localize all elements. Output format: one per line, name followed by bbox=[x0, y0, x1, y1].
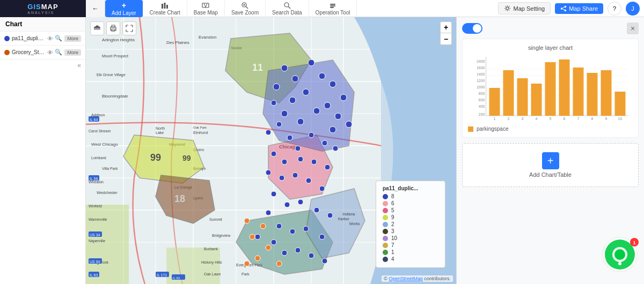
legend-item: 1 bbox=[383, 249, 438, 255]
svg-text:7: 7 bbox=[577, 117, 580, 121]
svg-point-107 bbox=[335, 113, 341, 119]
left-panel: Chart pa11_duplicate 👁 🔍 More Grocery_St… bbox=[0, 17, 86, 284]
svg-text:600: 600 bbox=[479, 98, 485, 102]
svg-point-118 bbox=[333, 146, 338, 151]
toggle-row: × bbox=[462, 23, 639, 34]
svg-text:10: 10 bbox=[618, 117, 623, 121]
svg-point-96 bbox=[281, 65, 288, 71]
layer-more-button-2[interactable]: More bbox=[64, 49, 81, 56]
svg-point-16 bbox=[565, 9, 566, 11]
layer-eye-icon[interactable]: 👁 bbox=[47, 35, 53, 42]
svg-text:1400: 1400 bbox=[477, 72, 485, 76]
chart-legend: parkingspace bbox=[468, 126, 633, 132]
svg-point-127 bbox=[292, 173, 298, 178]
tool-icon bbox=[329, 2, 336, 9]
svg-point-104 bbox=[324, 102, 331, 109]
svg-point-121 bbox=[282, 159, 287, 165]
top-right-actions: Map Setting Map Share ? J bbox=[498, 2, 644, 16]
svg-rect-190 bbox=[573, 68, 584, 116]
chart-title: single layer chart bbox=[468, 44, 633, 51]
svg-point-110 bbox=[297, 118, 304, 125]
svg-point-132 bbox=[298, 199, 303, 205]
layer-search-icon[interactable]: 🔍 bbox=[55, 49, 62, 56]
svg-text:4: 4 bbox=[536, 117, 538, 121]
chart-container: single layer chart 200 400 600 800 1000 … bbox=[462, 39, 639, 138]
we-are-here-badge[interactable]: We Are Here! We Are Here! 1 bbox=[596, 230, 644, 279]
map-ctrl-layers[interactable] bbox=[90, 21, 104, 35]
svg-text:US 34: US 34 bbox=[90, 233, 100, 237]
svg-point-105 bbox=[289, 97, 296, 103]
svg-point-129 bbox=[319, 186, 325, 191]
svg-text:Westchester: Westchester bbox=[97, 191, 118, 195]
svg-point-117 bbox=[322, 140, 327, 146]
svg-point-148 bbox=[250, 234, 255, 240]
svg-point-116 bbox=[309, 132, 314, 138]
svg-text:Winfield: Winfield bbox=[89, 204, 102, 208]
map-ctrl-fullscreen[interactable] bbox=[122, 21, 136, 35]
collapse-button[interactable]: « bbox=[0, 59, 85, 71]
zoom-in-button[interactable]: + bbox=[440, 21, 452, 33]
create-chart-button[interactable]: Create Chart bbox=[143, 0, 187, 17]
svg-point-151 bbox=[276, 261, 282, 266]
zoom-out-button[interactable]: − bbox=[440, 33, 452, 45]
svg-rect-184 bbox=[531, 84, 542, 116]
help-button[interactable]: ? bbox=[608, 2, 621, 16]
svg-point-144 bbox=[309, 253, 314, 258]
svg-text:18: 18 bbox=[174, 193, 185, 204]
layer-name: Grocery_Stores_... bbox=[12, 49, 45, 55]
map-setting-button[interactable]: Map Setting bbox=[498, 2, 551, 14]
map-ctrl-print[interactable] bbox=[106, 21, 120, 35]
svg-text:400: 400 bbox=[479, 104, 485, 108]
svg-point-136 bbox=[276, 223, 282, 229]
svg-rect-12 bbox=[330, 7, 334, 8]
svg-point-134 bbox=[327, 213, 333, 218]
add-layer-button[interactable]: + Add Layer bbox=[105, 0, 143, 17]
svg-text:200: 200 bbox=[479, 113, 485, 116]
delete-panel-button[interactable]: × bbox=[627, 23, 639, 34]
layer-search-icon[interactable]: 🔍 bbox=[55, 35, 62, 42]
svg-point-102 bbox=[330, 81, 336, 87]
svg-rect-196 bbox=[615, 92, 626, 116]
openstreetmap-link[interactable]: OpenStreetMap bbox=[389, 276, 423, 281]
svg-point-130 bbox=[271, 191, 276, 197]
map-legend: pa11_duplic... 86592310714 bbox=[376, 181, 445, 268]
map-area[interactable]: Arlington Heights Mount Prospect Elk Gro… bbox=[86, 17, 456, 284]
legend-item: 9 bbox=[383, 214, 438, 220]
svg-point-147 bbox=[260, 223, 266, 229]
svg-point-138 bbox=[303, 226, 309, 231]
logo-sub: ANALYSIS bbox=[27, 11, 54, 14]
svg-text:IL 64: IL 64 bbox=[90, 118, 98, 122]
add-chart-button[interactable]: + Add Chart/Table bbox=[462, 143, 639, 187]
svg-text:Burbank: Burbank bbox=[204, 247, 218, 251]
svg-text:Hickory Hills: Hickory Hills bbox=[201, 260, 222, 265]
svg-point-142 bbox=[282, 250, 287, 256]
back-button[interactable]: ← bbox=[86, 0, 105, 17]
svg-text:1200: 1200 bbox=[477, 79, 485, 83]
svg-point-202 bbox=[618, 262, 621, 265]
svg-point-114 bbox=[266, 130, 271, 135]
user-button[interactable]: J bbox=[626, 2, 640, 16]
svg-point-126 bbox=[279, 175, 284, 181]
svg-rect-155 bbox=[94, 29, 100, 30]
svg-point-128 bbox=[306, 178, 311, 183]
svg-rect-10 bbox=[330, 4, 335, 5]
svg-text:IL 171: IL 171 bbox=[157, 273, 167, 277]
layer-eye-icon[interactable]: 👁 bbox=[47, 49, 53, 56]
svg-text:5: 5 bbox=[550, 117, 552, 121]
svg-text:Lombard: Lombard bbox=[91, 156, 106, 160]
legend-item-dot bbox=[383, 236, 388, 241]
legend-color-dot bbox=[468, 126, 473, 132]
svg-point-140 bbox=[255, 234, 260, 240]
operation-tool-button[interactable]: Operation Tool bbox=[309, 0, 357, 17]
legend-label: parkingspace bbox=[477, 126, 508, 132]
legend-item-dot bbox=[383, 257, 388, 262]
svg-line-5 bbox=[246, 6, 248, 9]
svg-point-112 bbox=[271, 100, 276, 106]
layer-more-button[interactable]: More bbox=[64, 35, 81, 42]
chart-toggle[interactable] bbox=[462, 23, 482, 34]
map-share-button[interactable]: Map Share bbox=[555, 3, 603, 14]
search-data-button[interactable]: Search Data bbox=[266, 0, 309, 17]
base-map-button[interactable]: Base Map bbox=[187, 0, 225, 17]
save-zoom-button[interactable]: Save Zoom bbox=[225, 0, 266, 17]
toolbar: GISMAP ANALYSIS ← + Add Layer Create Cha… bbox=[0, 0, 644, 17]
